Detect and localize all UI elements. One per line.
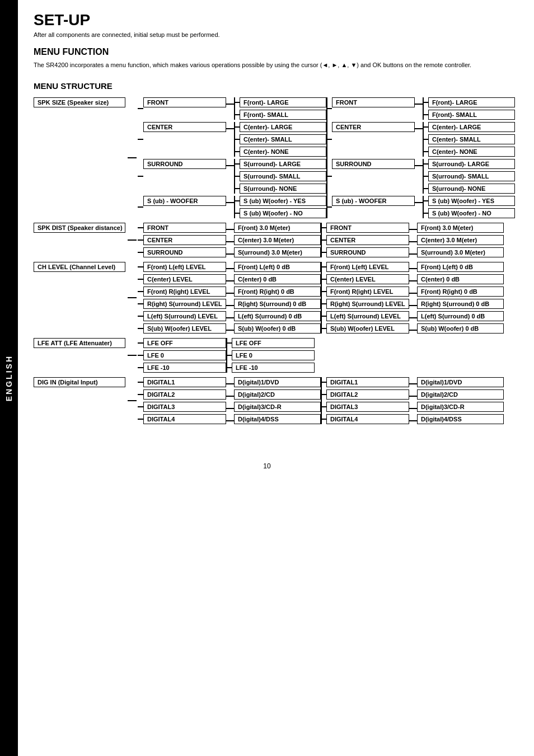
tree-box: D(igital)2/CD <box>417 389 504 400</box>
col2-container: S(urround)- LARGES(urround)- SMALLS(urro… <box>423 159 515 194</box>
tree-box: CENTER <box>143 235 226 245</box>
col1-item: F(ront) L(eft) LEVELF(ront) L(eft) 0 dB <box>321 262 504 272</box>
tree-box: LFE 0 <box>232 350 315 360</box>
col2-container: C(enter) 3.0 M(eter) <box>417 235 504 245</box>
h-connector <box>138 328 143 329</box>
col1-item: DIGITAL2D(igital)2/CD <box>138 389 321 400</box>
col2-item-single: S(urround) 3.0 M(eter) <box>234 247 321 257</box>
tree-box: SURROUND <box>143 247 226 257</box>
col2-container: D(igital)2/CD <box>417 389 504 400</box>
vertical-line-col1 <box>321 262 322 334</box>
col2-container: C(enter) 0 dB <box>234 274 321 284</box>
col2-item: C(enter)- LARGE <box>423 122 515 132</box>
col1-items-inner: FRONTF(ront) 3.0 M(eter)CENTERC(enter) 3… <box>321 223 504 257</box>
col2-item: S (ub) W(oofer) - YES <box>234 196 326 206</box>
col2-item: C(enter)- SMALL <box>234 134 326 144</box>
tree-box: LFE ATT (LFE Attenuater) <box>34 338 125 348</box>
tree-box: S(urround)- LARGE <box>240 159 326 169</box>
tree-box: F(ront)- SMALL <box>428 110 515 120</box>
tree-box: S (ub) - WOOFER <box>332 196 415 206</box>
h-connector <box>138 139 143 140</box>
col1-wrapper: FRONTF(ront)- LARGEF(ront)- SMALLCENTERC… <box>326 97 515 218</box>
col1-item: CENTERC(enter)- LARGEC(enter)- SMALLC(en… <box>326 122 515 157</box>
tree-box: S(ub) W(oofer) 0 dB <box>234 323 321 334</box>
col2-items-inner: F(ront)- LARGEF(ront)- SMALL <box>423 97 515 120</box>
h-connector <box>415 128 423 129</box>
tree-box: S(ub) W(oofer) LEVEL <box>326 323 409 334</box>
tree-box: F(ront) L(eft) 0 dB <box>234 262 321 272</box>
col2-item-single: R(ight) S(urround) 0 dB <box>417 299 504 309</box>
vertical-line-col1 <box>321 377 322 424</box>
col2-wrapper: S(urround)- LARGES(urround)- SMALLS(urro… <box>423 159 515 194</box>
vertical-line-col1 <box>321 223 322 257</box>
h-connector <box>409 280 417 281</box>
vertical-line-col2 <box>234 159 235 194</box>
col2-container: S (ub) W(oofer) - YESS (ub) W(oofer) - N… <box>234 196 326 218</box>
english-label: ENGLISH <box>4 355 13 401</box>
col2-container: S(urround) 3.0 M(eter) <box>417 247 504 257</box>
col2-item: S (ub) W(oofer) - NO <box>423 208 515 218</box>
h-connector <box>138 394 143 395</box>
col2-wrapper: S (ub) W(oofer) - YESS (ub) W(oofer) - N… <box>234 196 326 218</box>
tree-box: S(ub) W(oofer) LEVEL <box>143 323 226 334</box>
tree-box: C(enter) 0 dB <box>417 274 504 284</box>
vertical-line-col2 <box>423 159 424 194</box>
h-connector <box>138 240 143 241</box>
tree-box: D(igital)1/DVD <box>417 377 504 387</box>
vertical-line-col1 <box>326 97 327 218</box>
h-connector <box>138 419 143 420</box>
col2-items-inner: S(urround)- LARGES(urround)- SMALLS(urro… <box>234 159 326 194</box>
col1-item: F(ront) R(ight) LEVELF(ront) R(ight) 0 d… <box>138 287 321 297</box>
h-connector <box>138 316 143 317</box>
tree-box: S (ub) - WOOFER <box>143 196 226 206</box>
tree-box: S(urround)- NONE <box>428 184 515 194</box>
col1-item: DIGITAL4D(igital)4/DSS <box>138 414 321 424</box>
tree-box: DIG IN (Digital Input) <box>34 377 125 387</box>
col2-item-single: C(enter) 0 dB <box>417 274 504 284</box>
col2-container: F(ront) 3.0 M(eter) <box>234 223 321 233</box>
h-connector <box>138 291 143 292</box>
tree-box: F(ront) R(ight) LEVEL <box>326 287 409 297</box>
col1-item: LFE 0 <box>138 350 226 360</box>
h-connector <box>138 252 143 253</box>
col1-item: LFE -10 <box>226 363 315 373</box>
col2-container: S (ub) W(oofer) - YESS (ub) W(oofer) - N… <box>423 196 515 218</box>
tree-box: S(urround)- NONE <box>240 184 326 194</box>
h-connector <box>409 330 417 331</box>
col2-items-inner: C(enter)- LARGEC(enter)- SMALLC(enter)- … <box>234 122 326 157</box>
col1-item: S(ub) W(oofer) LEVELS(ub) W(oofer) 0 dB <box>321 323 504 334</box>
col2-wrapper: S (ub) W(oofer) - YESS (ub) W(oofer) - N… <box>423 196 515 218</box>
tree-box: DIGITAL3 <box>143 402 226 412</box>
tree-box: F(ront) L(eft) LEVEL <box>143 262 226 272</box>
tree-box: DIGITAL4 <box>143 414 226 424</box>
h-connector <box>226 253 234 255</box>
h-connector <box>138 227 143 228</box>
h-connector <box>128 157 137 158</box>
h-connector <box>226 229 234 230</box>
tree-box: D(igital)3/CD-R <box>417 402 504 412</box>
col2-item: F(ront)- LARGE <box>423 97 515 107</box>
col2-item-single: S(ub) W(oofer) 0 dB <box>417 323 504 334</box>
col1-item: SURROUNDS(urround) 3.0 M(eter) <box>321 247 504 257</box>
col2-item-single: R(ight) S(urround) 0 dB <box>234 299 321 309</box>
tree-box: DIGITAL1 <box>326 377 409 387</box>
h-connector <box>226 293 234 294</box>
col1-item: R(ight) S(urround) LEVELR(ight) S(urroun… <box>321 299 504 309</box>
h-connector <box>226 268 234 269</box>
tree-box: F(ront)- LARGE <box>428 97 515 107</box>
col2-item-single: D(igital)4/DSS <box>234 414 321 424</box>
tree-diagram: SPK SIZE (Speaker size)FRONTF(ront)- LAR… <box>34 97 523 424</box>
h-connector <box>226 317 234 318</box>
col1-item: FRONTF(ront)- LARGEF(ront)- SMALL <box>138 97 326 120</box>
col2-item-single: D(igital)3/CD-R <box>234 402 321 412</box>
col1-item: DIGITAL4D(igital)4/DSS <box>321 414 504 424</box>
h-connector <box>226 104 234 105</box>
col1-item: DIGITAL2D(igital)2/CD <box>321 389 504 400</box>
h-connector <box>226 408 234 409</box>
col2-container: D(igital)1/DVD <box>417 377 504 387</box>
col2-item-single: L(eft) S(urround) 0 dB <box>234 311 321 321</box>
col1-item: S (ub) - WOOFERS (ub) W(oofer) - YESS (u… <box>326 196 515 218</box>
col1-items: F(ront) L(eft) LEVELF(ront) L(eft) 0 dBC… <box>138 262 321 334</box>
col1-item: L(eft) S(urround) LEVELL(eft) S(urround)… <box>138 311 321 321</box>
h-connector <box>138 406 143 407</box>
